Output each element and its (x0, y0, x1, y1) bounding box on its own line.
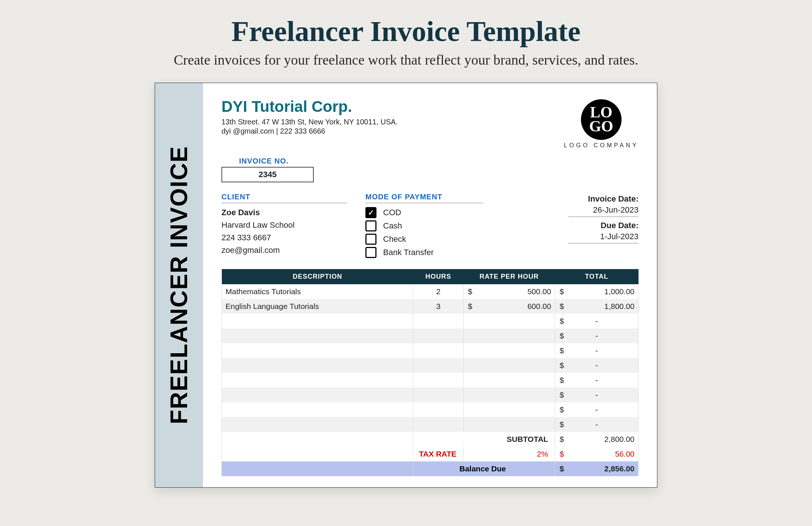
client-label: CLIENT (221, 193, 347, 203)
money-cell: $600.00 (463, 299, 555, 314)
checkbox-icon (365, 234, 376, 245)
payment-option: ✓COD (365, 207, 484, 218)
invoice-date-label: Invoice Date: (588, 194, 639, 204)
client-phone: 224 333 6667 (221, 233, 347, 243)
payment-option-label: Cash (383, 221, 402, 231)
table-row: $- (222, 314, 639, 329)
table-row: $- (222, 402, 639, 417)
due-date-label: Due Date: (601, 221, 639, 230)
money-cell: $- (555, 402, 639, 417)
money-cell: $- (555, 314, 639, 329)
balance-row: Balance Due$2,856.00 (222, 461, 639, 476)
table-row: $- (222, 417, 639, 432)
money-cell: $500.00 (463, 284, 555, 299)
checkbox-icon (365, 220, 376, 231)
payment-option: Cash (365, 220, 484, 231)
table-row: $- (222, 343, 639, 358)
logo: LO GO LOGO COMPANY (564, 99, 639, 149)
due-date-value: 1-Jul-2023 (568, 230, 639, 244)
payment-option-label: Bank Transfer (383, 248, 434, 257)
tax-row: TAX RATE2%$56.00 (222, 447, 639, 461)
checkbox-icon: ✓ (365, 207, 376, 218)
subtotal-row: SUBTOTAL$2,800.00 (222, 432, 639, 447)
logo-icon: LO GO (581, 99, 622, 140)
client-email: zoe@gmail.com (221, 245, 347, 255)
money-cell: $2,856.00 (555, 461, 639, 476)
money-cell: $2,800.00 (555, 432, 639, 447)
payment-option-label: Check (383, 234, 406, 244)
col-total: TOTAL (555, 269, 639, 284)
tax-label: TAX RATE (413, 447, 463, 461)
client-name: Zoe Davis (221, 208, 347, 217)
cell-hours: 2 (413, 284, 463, 299)
money-cell: $1,800.00 (555, 299, 639, 314)
company-contact: dyi @gmail.com | 222 333 6666 (221, 127, 398, 135)
invoice-no-label: INVOICE NO. (221, 157, 306, 165)
cell-description: Mathematics Tutorials (222, 284, 413, 299)
col-hours: HOURS (413, 269, 463, 284)
col-description: DESCRIPTION (222, 269, 413, 284)
balance-label: Balance Due (413, 461, 555, 476)
money-cell: $- (555, 329, 639, 343)
page-subtitle: Create invoices for your freelance work … (0, 52, 812, 68)
cell-description: English Language Tutorials (222, 299, 413, 314)
money-cell: $1,000.00 (555, 284, 639, 299)
invoice-no-value: 2345 (221, 167, 314, 182)
page-title: Freelancer Invoice Template (0, 15, 812, 48)
payment-label: MODE OF PAYMENT (365, 193, 484, 203)
payment-option-label: COD (383, 208, 401, 217)
checkbox-icon (365, 247, 376, 258)
money-cell: $- (555, 373, 639, 388)
table-row: English Language Tutorials3$600.00$1,800… (222, 299, 639, 314)
logo-caption: LOGO COMPANY (564, 142, 639, 149)
side-rail-text: FREELANCER INVOICE (165, 146, 193, 424)
cell-hours: 3 (413, 299, 463, 314)
table-row: $- (222, 373, 639, 388)
company-name: DYI Tutorial Corp. (221, 98, 398, 116)
col-rate: RATE PER HOUR (463, 269, 555, 284)
table-row: $- (222, 329, 639, 343)
table-row: $- (222, 358, 639, 373)
invoice-document: FREELANCER INVOICE DYI Tutorial Corp. 13… (155, 83, 657, 488)
payment-option: Check (365, 234, 484, 245)
tax-pct: 2% (463, 447, 555, 461)
side-rail: FREELANCER INVOICE (155, 83, 203, 487)
money-cell: $- (555, 358, 639, 373)
money-cell: $- (555, 417, 639, 432)
money-cell: $- (555, 343, 639, 358)
payment-option: Bank Transfer (365, 247, 484, 258)
money-cell: $56.00 (555, 447, 639, 461)
line-items-table: DESCRIPTION HOURS RATE PER HOUR TOTAL Ma… (221, 269, 639, 476)
money-cell: $- (555, 388, 639, 402)
table-row: Mathematics Tutorials2$500.00$1,000.00 (222, 284, 639, 299)
invoice-date-value: 26-Jun-2023 (568, 204, 639, 217)
table-row: $- (222, 388, 639, 402)
client-org: Harvard Law School (221, 220, 347, 230)
subtotal-label: SUBTOTAL (413, 432, 555, 447)
company-address: 13th Street. 47 W 13th St, New York, NY … (221, 118, 398, 126)
